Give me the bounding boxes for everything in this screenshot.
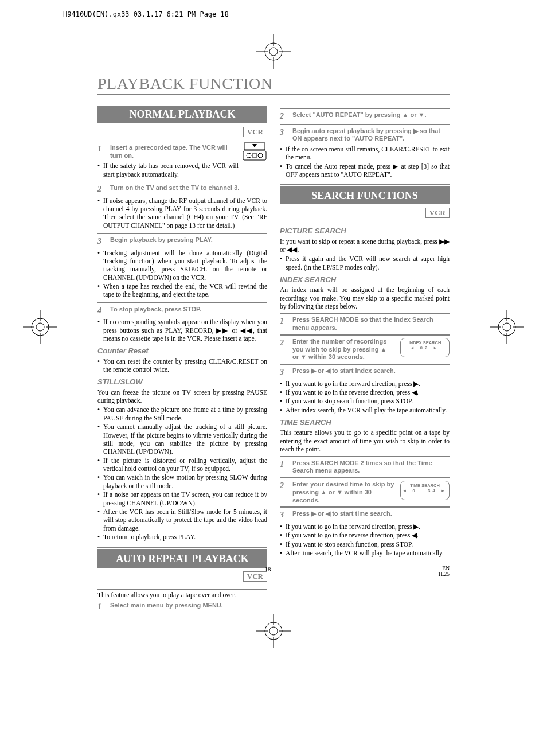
footer-code: 1L25 [438,571,450,577]
bullet-tracking: Tracking adjustment will be done automat… [97,249,267,282]
time-step-3: 3Press ▶ or ◀ to start time search. [280,510,450,520]
bullet-ts-fwd: If you want to go in the forward directi… [280,523,450,531]
normal-step-2: 2Turn on the TV and set the TV to channe… [97,184,267,194]
print-slug: H9410UD(EN).qx33 03.1.17 6:21 PM Page 18 [63,10,229,18]
index-search-para: An index mark will be assigned at the be… [280,286,450,310]
bullet-return-play: To return to playback, press PLAY. [97,533,267,541]
index-search-head: INDEX SEARCH [280,275,450,285]
bullet-cancel-repeat: To cancel the Auto repeat mode, press ▶ … [280,162,450,179]
bullet-no-tape: If no corresponding symbols appear on th… [97,318,267,342]
auto-repeat-para: This feature allows you to play a tape o… [97,591,267,599]
still-slow-para: You can freeze the picture on TV screen … [97,388,267,405]
crop-mark-right [490,310,524,344]
page-number: – 18 – [260,566,276,578]
vcr-badge: VCR [243,127,267,137]
bullet-idx-play: After index search, the VCR will play th… [280,406,450,414]
search-functions-banner: SEARCH FUNCTIONS [280,186,450,205]
crop-mark-left [23,310,57,344]
bullet-idx-stop: If you want to stop search function, pre… [280,397,450,405]
bullet-still-tracking: You cannot manually adjust the tracking … [97,423,267,456]
auto-repeat-banner: AUTO REPEAT PLAYBACK [97,549,267,568]
left-column: NORMAL PLAYBACK VCR 1Insert a prerecorde… [97,106,267,614]
time-search-para: This feature allows you to go to a speci… [280,428,450,453]
normal-step-1: 1Insert a prerecorded tape. The VCR will… [97,144,239,160]
bullet-counter-reset: You can reset the counter by pressing CL… [97,357,267,374]
auto-step-3: 3Begin auto repeat playback by pressing … [280,127,450,143]
index-osd: INDEX SEARCH◄ 02 ► [400,338,450,357]
page-title: PLAYBACK FUNCTION [97,75,450,95]
footer-lang: EN [442,566,450,571]
bullet-auto-stop: After the VCR has been in Still/Slow mod… [97,508,267,532]
crop-mark-top [256,34,291,69]
crop-mark-bottom [256,614,291,648]
time-search-head: TIME SEARCH [280,418,450,427]
cassette-icon [242,142,267,163]
time-step-1: 1Press SEARCH MODE 2 times so that the T… [280,459,450,476]
svg-point-29 [269,627,278,635]
right-column: 2Select "AUTO REPEAT" by pressing ▲ or ▼… [280,106,450,614]
still-slow-head: STILL/SLOW [97,377,267,387]
svg-rect-23 [252,154,257,157]
picture-search-head: PICTURE SEARCH [280,227,450,236]
normal-step-4: 4To stop playback, press STOP. [97,306,267,316]
index-step-3: 3Press ▶ or ◀ to start index search. [280,367,450,377]
auto-step-1: 1Select main menu by pressing MENU. [97,602,267,612]
time-osd: TIME SEARCH◄ 0 : 34 ► [400,481,450,500]
bullet-idx-rev: If you want to go in the reverse directi… [280,388,450,396]
bullet-noise-bar: If a noise bar appears on the TV screen,… [97,490,267,507]
index-step-1: 1Press SEARCH MODE so that the Index Sea… [280,316,450,332]
svg-point-17 [503,323,511,331]
bullet-vertical-hold: If the picture is distorted or rolling v… [97,457,267,473]
bullet-super-high-speed: Press it again and the VCR will now sear… [280,255,450,271]
bullet-safety-tab: If the safety tab has been removed, the … [97,162,267,178]
normal-step-3: 3Begin playback by pressing PLAY. [97,236,267,247]
bullet-rf-channel: If noise appears, change the RF output c… [97,197,267,230]
bullet-idx-fwd: If you want to go in the forward directi… [280,380,450,388]
bullet-ts-stop: If you want to stop search function, pre… [280,540,450,548]
index-step-2: 2 INDEX SEARCH◄ 02 ► Enter the number of… [280,338,450,361]
bullet-ts-play: After time search, the VCR will play the… [280,549,450,557]
normal-playback-banner: NORMAL PLAYBACK [97,106,267,123]
svg-point-22 [258,153,263,158]
bullet-tape-end: When a tape has reached the end, the VCR… [97,282,267,299]
bullet-advance-frame: You can advance the picture one frame at… [97,406,267,422]
bullet-exit-menu: If the on-screen menu still remains, CLE… [280,145,450,162]
auto-step-2: 2Select "AUTO REPEAT" by pressing ▲ or ▼… [280,111,450,122]
vcr-badge: VCR [425,208,450,218]
svg-marker-19 [252,144,257,147]
svg-point-11 [36,323,44,331]
time-step-2: 2 TIME SEARCH◄ 0 : 34 ► Enter your desir… [280,481,450,504]
counter-reset-head: Counter Reset [97,346,267,356]
svg-point-21 [247,153,251,158]
svg-point-5 [269,48,278,56]
bullet-slow-motion: You can watch in the slow motion by pres… [97,473,267,490]
bullet-ts-rev: If you want to go in the reverse directi… [280,531,450,539]
picture-search-para: If you want to skip or repeat a scene du… [280,237,450,254]
